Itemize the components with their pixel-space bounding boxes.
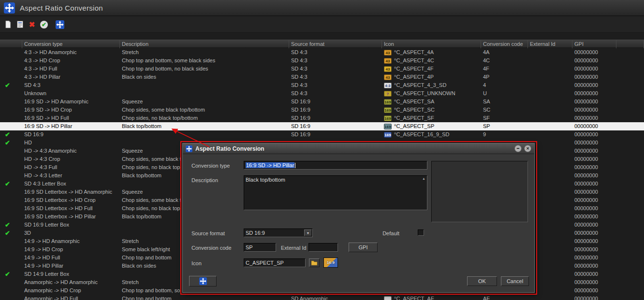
- cell-conversion-type: 16:9 SD Letterbox -> HD Anamorphic: [22, 188, 120, 196]
- cell-description: Chop top and bottom: [120, 295, 289, 300]
- aspect-mini-icon: 43: [384, 50, 392, 56]
- conversion-type-value: 16:9 SD -> HD Pillar: [246, 162, 294, 168]
- cell-icon: 43°C_ASPECT_4F: [382, 65, 481, 73]
- table-row[interactable]: 4:3 -> HD AnamorphicStretchSD 4:343°C_AS…: [0, 48, 644, 57]
- check-cell: [0, 213, 22, 221]
- cell-conversion-type: 14:9 -> HD Crop: [22, 245, 120, 254]
- ok-button[interactable]: OK: [467, 276, 497, 286]
- description-textarea[interactable]: Black top/bottom ▲: [244, 175, 427, 210]
- properties-button[interactable]: [15, 19, 25, 30]
- chevron-down-icon[interactable]: ▼: [304, 229, 312, 236]
- approve-button[interactable]: ✔: [39, 19, 49, 30]
- check-cell: ✔: [0, 180, 22, 188]
- table-row[interactable]: 16:9 SD -> HD PillarBlack top/bottomSD 1…: [0, 122, 644, 130]
- cell-conversion-type: SD 4:3 Letter Box: [22, 180, 120, 188]
- icon-input[interactable]: C_ASPECT_SP: [244, 258, 306, 267]
- aspect-tool-button[interactable]: [189, 276, 217, 286]
- dialog-window-buttons: ━ ✕: [514, 145, 531, 152]
- cell-external-id: [528, 106, 572, 114]
- check-cell: [0, 114, 22, 122]
- close-button[interactable]: ✕: [524, 145, 531, 152]
- check-cell: [0, 278, 22, 286]
- table-row[interactable]: 4:3 -> HD FullChop top and bottom, no bl…: [0, 65, 644, 73]
- cell-conversion-type: Anamorphic -> HD Anamorphic: [22, 278, 120, 286]
- cell-icon: 169°C_ASPECT_SA: [382, 98, 481, 106]
- cell-source-format: SD 4:3: [289, 57, 382, 65]
- conversion-code-input[interactable]: SP: [244, 243, 276, 252]
- cancel-button[interactable]: Cancel: [501, 276, 529, 286]
- icon-label: °C_ASPECT_SF: [394, 114, 434, 122]
- cell-source-format: SD 4:3: [289, 73, 382, 81]
- column-header-conversion-type[interactable]: Conversion type: [22, 40, 120, 48]
- table-row[interactable]: 16:9 SD -> HD AnamorphicSqueezeSD 16:916…: [0, 98, 644, 106]
- column-header-external-id[interactable]: External Id: [528, 40, 572, 48]
- checked-icon: ✔: [5, 131, 10, 138]
- aspect-mini-icon: [384, 296, 392, 300]
- cell-description: Chop top and bottom, some black sides: [120, 57, 289, 65]
- minimize-button[interactable]: ━: [514, 145, 522, 152]
- delete-icon: ✖: [29, 21, 35, 29]
- icon-label: °C_ASPECT_UNKNOWN: [394, 89, 455, 98]
- icon-label: °C_ASPECT_16_9_SD: [394, 130, 449, 139]
- table-row[interactable]: ✔SD 16:9SD 16:9169°C_ASPECT_16_9_SD90000…: [0, 130, 644, 139]
- delete-button[interactable]: ✖: [27, 19, 37, 30]
- table-row[interactable]: ✔SD 4:3SD 4:34:3°C_ASPECT_4_3_SD40000000…: [0, 81, 644, 89]
- conversion-type-input[interactable]: 16:9 SD -> HD Pillar: [244, 161, 427, 170]
- check-cell: [0, 188, 22, 196]
- table-row[interactable]: Anamorphic -> HD FullChop top and bottom…: [0, 295, 644, 300]
- aspect-grid-button[interactable]: [55, 19, 65, 30]
- cell-conversion-code: SF: [481, 114, 528, 122]
- cell-description: Chop top and bottom, no black sides: [120, 65, 289, 73]
- text-caret: [295, 163, 295, 168]
- default-label: Default: [361, 230, 399, 236]
- column-header-blank[interactable]: [0, 40, 22, 48]
- browse-icon-button[interactable]: [309, 258, 320, 267]
- default-checkbox[interactable]: [418, 229, 424, 236]
- checked-icon: ✔: [5, 82, 10, 89]
- aspect-mini-icon: 169: [384, 124, 392, 129]
- table-row[interactable]: 16:9 SD -> HD CropChop sides, some black…: [0, 106, 644, 114]
- cell-description: [120, 130, 289, 139]
- icon-label: °C_ASPECT_SC: [394, 106, 435, 114]
- gpi-button[interactable]: GPI: [349, 243, 378, 252]
- cell-conversion-type: SD 16:9: [22, 130, 120, 139]
- cell-icon: ?°C_ASPECT_UNKNOWN: [382, 89, 481, 98]
- table-row[interactable]: 4:3 -> HD CropChop top and bottom, some …: [0, 57, 644, 65]
- check-cell: ✔: [0, 81, 22, 89]
- table-header: Conversion typeDescriptionSource formatI…: [0, 40, 644, 48]
- scroll-up-icon[interactable]: ▲: [422, 177, 425, 180]
- cell-gpi: 00000000: [572, 188, 616, 196]
- cell-source-format: SD 4:3: [289, 65, 382, 73]
- cell-conversion-code: U: [481, 89, 528, 98]
- minimize-icon: ━: [517, 147, 519, 151]
- cell-external-id: [528, 114, 572, 122]
- column-header-source-format[interactable]: Source format: [289, 40, 382, 48]
- dialog-titlebar[interactable]: Aspect Ratio Conversion ━ ✕: [183, 143, 534, 154]
- source-format-select[interactable]: SD 16:9 ▼: [244, 229, 313, 237]
- dialog-title: Aspect Ratio Conversion: [195, 145, 264, 152]
- column-header-icon[interactable]: Icon: [382, 40, 481, 48]
- column-header-description[interactable]: Description: [120, 40, 289, 48]
- cell-external-id: [528, 130, 572, 139]
- cell-conversion-type: 4:3 -> HD Pillar: [22, 73, 120, 81]
- external-id-input[interactable]: [308, 243, 338, 252]
- cell-gpi: 00000000: [572, 73, 616, 81]
- table-row[interactable]: 4:3 -> HD PillarBlack on sidesSD 4:343°C…: [0, 73, 644, 81]
- cell-conversion-code: 4: [481, 81, 528, 89]
- gpi-button-label: GPI: [359, 244, 368, 250]
- column-header-conversion-code[interactable]: Conversion code: [481, 40, 528, 48]
- check-cell: [0, 98, 22, 106]
- cell-source-format: SD 4:3: [289, 48, 382, 57]
- aspect-tool-icon: [199, 277, 207, 285]
- table-row[interactable]: UnknownSD 4:3?°C_ASPECT_UNKNOWNU00000000: [0, 89, 644, 98]
- cell-external-id: [528, 122, 572, 130]
- column-header-gpi[interactable]: GPI: [572, 40, 616, 48]
- table-row[interactable]: 16:9 SD -> HD FullChop sides, no black t…: [0, 114, 644, 122]
- cell-external-id: [528, 89, 572, 98]
- cell-gpi: 00000000: [572, 48, 616, 57]
- column-header-blank[interactable]: [616, 40, 644, 48]
- cell-gpi: 00000000: [572, 286, 616, 295]
- new-document-button[interactable]: [2, 19, 13, 30]
- cell-external-id: [528, 57, 572, 65]
- conversion-type-label: Conversion type: [191, 163, 230, 169]
